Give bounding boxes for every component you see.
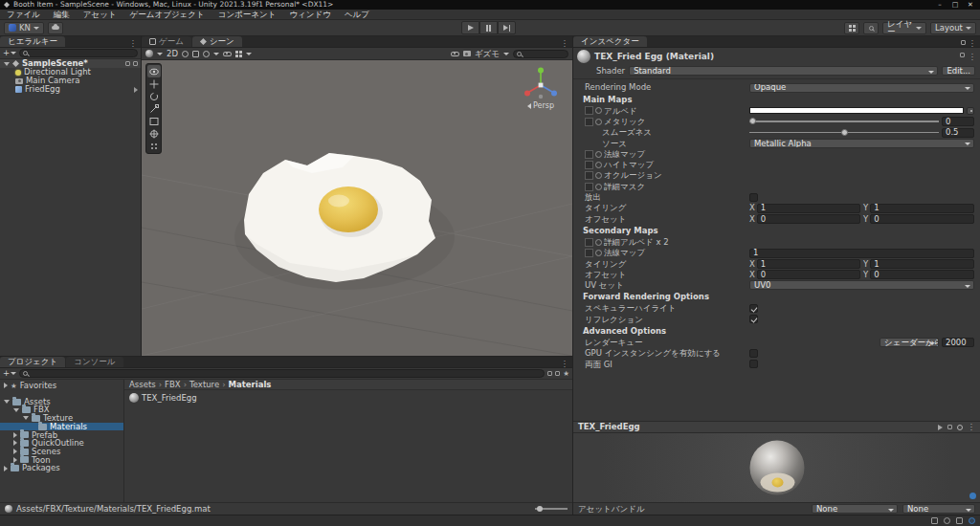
tab-project[interactable]: プロジェクト xyxy=(0,357,65,367)
color-picker-icon[interactable] xyxy=(967,107,974,115)
cloud-services-button[interactable] xyxy=(48,22,63,34)
effects-toggle-icon[interactable] xyxy=(203,51,210,57)
offset-y-field[interactable]: 0 xyxy=(870,214,974,224)
save-search-icon[interactable]: ★ xyxy=(563,370,569,378)
material-menu-icon[interactable]: ⋮ xyxy=(969,53,977,61)
layout-dropdown[interactable]: Layout xyxy=(930,22,976,34)
rendering-mode-dropdown[interactable]: Opaque xyxy=(749,83,974,93)
emission-checkbox[interactable] xyxy=(749,193,758,202)
texture-picker-icon[interactable] xyxy=(595,239,602,246)
detail-albedo-texture-slot[interactable] xyxy=(585,238,593,247)
toggle-2d-button[interactable]: 2D xyxy=(167,50,178,58)
hidden-objects-icon[interactable] xyxy=(223,52,232,56)
menu-component[interactable]: コンポーネント xyxy=(212,10,283,20)
chevron-down-icon[interactable] xyxy=(246,53,252,55)
tab-console[interactable]: コンソール xyxy=(66,357,122,367)
layers-dropdown[interactable]: レイヤー xyxy=(882,22,926,34)
hierarchy-search-input[interactable] xyxy=(19,49,138,57)
scene-menu-icon[interactable]: ⋮ xyxy=(561,39,569,48)
scene-viewport[interactable]: Persp xyxy=(142,60,572,356)
offset-x-field[interactable]: 0 xyxy=(757,214,860,224)
shader-dropdown[interactable]: Standard xyxy=(629,66,938,76)
thumbnail-size-slider[interactable] xyxy=(535,504,568,514)
folder-item-materials[interactable]: Materials xyxy=(0,423,123,431)
search-by-label-icon[interactable] xyxy=(555,371,560,376)
menu-gameobject[interactable]: ゲームオブジェクト xyxy=(123,10,212,20)
tiling2-x-field[interactable]: 1 xyxy=(757,259,860,269)
preview-play-icon[interactable] xyxy=(938,425,943,430)
project-add-button[interactable]: + xyxy=(3,369,16,378)
offset2-x-field[interactable]: 0 xyxy=(757,270,860,279)
packages-root-item[interactable]: Packages xyxy=(0,464,123,472)
foldout-closed-icon[interactable] xyxy=(13,457,17,463)
close-button[interactable]: ✕ xyxy=(963,0,978,10)
gizmos-dropdown[interactable]: ギズモ xyxy=(475,50,500,58)
material-help-icon[interactable] xyxy=(960,53,965,57)
project-files-area[interactable]: TEX_FriedEgg xyxy=(124,390,572,502)
metallic-slider[interactable] xyxy=(749,117,939,126)
project-menu-icon[interactable]: ⋮ xyxy=(561,360,569,368)
gpu-instancing-checkbox[interactable] xyxy=(749,349,758,358)
occlusion-texture-slot[interactable] xyxy=(585,171,593,180)
menu-window[interactable]: ウィンドウ xyxy=(282,10,338,20)
foldout-open-icon[interactable] xyxy=(4,400,10,404)
offset2-y-field[interactable]: 0 xyxy=(870,270,974,279)
metallic-texture-slot[interactable] xyxy=(585,118,593,126)
scale-tool-button[interactable] xyxy=(147,102,161,115)
double-sided-gi-checkbox[interactable] xyxy=(749,360,758,368)
hierarchy-add-button[interactable]: + xyxy=(3,49,16,57)
tab-hierarchy[interactable]: ヒエラルキー xyxy=(0,36,65,47)
foldout-open-icon[interactable] xyxy=(13,408,19,412)
chevron-down-icon[interactable] xyxy=(157,53,163,55)
foldout-closed-icon[interactable] xyxy=(13,449,17,454)
texture-picker-icon[interactable] xyxy=(595,184,602,190)
shader-edit-button[interactable]: Edit... xyxy=(942,66,975,76)
custom-tool-button[interactable] xyxy=(147,140,161,152)
prefab-open-chevron-icon[interactable] xyxy=(134,87,138,93)
background-activity-icon[interactable] xyxy=(969,517,975,524)
scene-search-input[interactable] xyxy=(513,50,568,58)
foldout-closed-icon[interactable] xyxy=(4,466,8,471)
tiling-x-field[interactable]: 1 xyxy=(757,204,860,213)
assetbundle-variant-dropdown[interactable]: None xyxy=(902,504,975,514)
chevron-down-icon[interactable] xyxy=(213,53,219,55)
account-button[interactable]: KN xyxy=(4,22,44,34)
collab-status-icon[interactable] xyxy=(969,493,976,499)
tiling-y-field[interactable]: 1 xyxy=(870,204,974,213)
preview-lighting-icon[interactable] xyxy=(947,425,952,429)
scene-pickability-icon[interactable] xyxy=(133,61,138,66)
scene-camera-icon[interactable] xyxy=(463,51,471,56)
lighting-toggle-icon[interactable] xyxy=(182,51,189,57)
chevron-down-icon[interactable] xyxy=(503,53,509,55)
texture-picker-icon[interactable] xyxy=(595,151,602,158)
specular-highlights-checkbox[interactable] xyxy=(749,304,758,313)
inspector-menu-icon[interactable]: ⋮ xyxy=(969,39,977,48)
foldout-open-icon[interactable] xyxy=(23,416,29,420)
move-tool-button[interactable] xyxy=(147,77,161,90)
breadcrumb-assets[interactable]: Assets xyxy=(129,381,156,389)
pause-button[interactable] xyxy=(479,21,498,34)
undo-history-button[interactable] xyxy=(844,22,859,34)
search-by-type-icon[interactable] xyxy=(547,371,552,376)
hierarchy-item-main-camera[interactable]: Main Camera xyxy=(0,77,141,85)
detail-mask-texture-slot[interactable] xyxy=(585,183,593,191)
texture-picker-icon[interactable] xyxy=(595,172,602,179)
breadcrumb-materials[interactable]: Materials xyxy=(229,381,272,389)
render-queue-dropdown[interactable]: シェーダーから xyxy=(880,338,939,347)
normal-texture-slot[interactable] xyxy=(585,150,593,159)
folder-item-scenes[interactable]: Scenes xyxy=(0,448,123,456)
assetbundle-dropdown[interactable]: None xyxy=(812,504,898,514)
render-queue-value-field[interactable]: 2000 xyxy=(942,338,974,347)
favorites-item[interactable]: ★ Favorites xyxy=(0,382,123,390)
tiling2-y-field[interactable]: 1 xyxy=(870,259,974,269)
rotate-tool-button[interactable] xyxy=(147,90,161,102)
grid-visibility-icon[interactable] xyxy=(235,51,242,57)
view-tool-button[interactable] xyxy=(147,65,161,77)
slider-knob[interactable] xyxy=(749,118,756,124)
console-message-icon[interactable] xyxy=(931,517,938,524)
menu-edit[interactable]: 編集 xyxy=(47,10,77,20)
menu-help[interactable]: ヘルプ xyxy=(338,10,376,20)
texture-picker-icon[interactable] xyxy=(595,119,602,125)
slider-knob[interactable] xyxy=(841,129,848,136)
height-texture-slot[interactable] xyxy=(585,161,593,169)
